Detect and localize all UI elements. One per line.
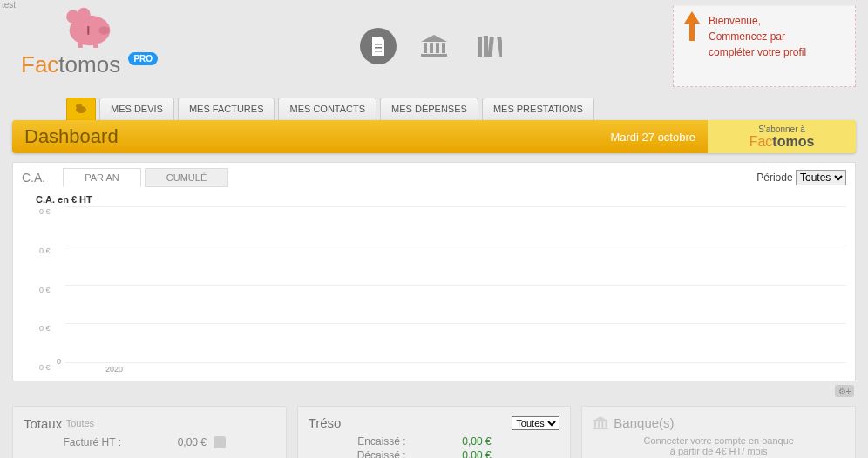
card-totaux: Totaux Toutes Facturé HT : 0,00 € bbox=[12, 406, 287, 458]
page-title: Dashboard bbox=[24, 125, 119, 148]
svg-point-5 bbox=[98, 26, 109, 35]
svg-marker-20 bbox=[684, 11, 700, 41]
svg-rect-7 bbox=[375, 44, 382, 45]
welcome-line1: Bienvenue, bbox=[709, 13, 846, 29]
pro-badge: PRO bbox=[128, 52, 158, 65]
home-pig-icon bbox=[74, 104, 88, 114]
dashboard-bar: Dashboard Mardi 27 octobre S'abonner à F… bbox=[12, 120, 856, 153]
svg-rect-16 bbox=[478, 37, 482, 57]
books-icon[interactable] bbox=[471, 28, 508, 64]
facture-value: 0,00 € bbox=[128, 436, 207, 448]
date-label: Mardi 27 octobre bbox=[610, 131, 695, 144]
svg-rect-14 bbox=[442, 43, 445, 53]
chart-title: C.A. en € HT bbox=[36, 194, 846, 205]
chart-area: C.A. en € HT 0 € 0 € 0 € 0 € 0 € 0 2020 bbox=[13, 187, 855, 381]
treso-select[interactable]: Toutes bbox=[512, 416, 559, 430]
period-select[interactable]: Toutes bbox=[796, 170, 846, 185]
totaux-sub: Toutes bbox=[66, 418, 94, 428]
svg-rect-4 bbox=[93, 41, 98, 48]
nav-tabs: MES DEVIS MES FACTURES MES CONTACTS MES … bbox=[66, 98, 594, 121]
treso-title: Tréso bbox=[309, 415, 342, 430]
decaisse-label: Décaissé : bbox=[309, 449, 413, 458]
gear-row: ⚙+ bbox=[12, 381, 856, 401]
tab-home[interactable] bbox=[66, 98, 96, 121]
svg-marker-24 bbox=[593, 416, 608, 421]
ytick-1: 0 € bbox=[39, 324, 51, 333]
svg-rect-12 bbox=[430, 43, 433, 53]
tab-devis[interactable]: MES DEVIS bbox=[99, 98, 174, 121]
bank-small-icon bbox=[593, 416, 608, 430]
subscribe-label: S'abonner à bbox=[758, 125, 805, 134]
welcome-line3: compléter votre profil bbox=[709, 44, 846, 60]
svg-point-2 bbox=[77, 8, 90, 21]
svg-point-23 bbox=[78, 104, 82, 108]
logo-fac: Fac bbox=[21, 51, 58, 77]
tab-prestations[interactable]: MES PRESTATIONS bbox=[482, 98, 594, 121]
svg-rect-27 bbox=[602, 421, 604, 427]
chart: 0 € 0 € 0 € 0 € 0 € 0 bbox=[65, 206, 846, 363]
svg-rect-25 bbox=[594, 421, 596, 427]
svg-rect-6 bbox=[87, 26, 89, 35]
chart-xlabel: 2020 bbox=[105, 365, 846, 374]
tab-depenses[interactable]: MES DÉPENSES bbox=[380, 98, 478, 121]
ytick-3: 0 € bbox=[39, 246, 51, 255]
facture-label: Facturé HT : bbox=[24, 436, 128, 448]
center-icons bbox=[360, 28, 508, 64]
cards-row: Totaux Toutes Facturé HT : 0,00 € Tréso … bbox=[12, 406, 856, 458]
banque-title: Banque(s) bbox=[614, 415, 674, 430]
svg-rect-26 bbox=[598, 421, 600, 427]
svg-rect-11 bbox=[424, 43, 427, 53]
svg-rect-15 bbox=[421, 54, 447, 57]
banque-line1: Connecter votre compte en banque bbox=[593, 435, 844, 446]
ytick-0: 0 € bbox=[39, 363, 51, 372]
period-control: Période Toutes bbox=[756, 170, 846, 185]
welcome-line2: Commencez par bbox=[709, 29, 846, 44]
subscribe-button[interactable]: S'abonner à Factomos bbox=[708, 120, 856, 153]
gear-button[interactable]: ⚙+ bbox=[835, 385, 854, 397]
tab-factures[interactable]: MES FACTURES bbox=[178, 98, 275, 121]
chart-zero: 0 bbox=[57, 357, 61, 366]
svg-rect-3 bbox=[78, 41, 83, 48]
ytick-4: 0 € bbox=[39, 207, 51, 216]
bank-icon[interactable] bbox=[416, 28, 452, 64]
card-treso: Tréso Toutes Encaissé : 0,00 € Décaissé … bbox=[297, 406, 572, 458]
encaisse-label: Encaissé : bbox=[309, 435, 413, 448]
arrow-up-icon bbox=[684, 11, 700, 41]
encaisse-value: 0,00 € bbox=[413, 435, 492, 448]
facture-expand[interactable] bbox=[214, 436, 226, 448]
svg-rect-28 bbox=[606, 421, 607, 427]
period-label: Période bbox=[756, 172, 792, 184]
svg-rect-29 bbox=[593, 428, 608, 429]
logo-text: Factomos PRO bbox=[21, 51, 158, 78]
decaisse-value: 0,00 € bbox=[413, 449, 492, 458]
topbar: Factomos PRO Bienvenue, Commencez par co… bbox=[0, 0, 868, 96]
svg-marker-10 bbox=[421, 35, 447, 42]
totaux-title: Totaux bbox=[24, 416, 62, 431]
tab-contacts[interactable]: MES CONTACTS bbox=[278, 98, 376, 121]
svg-rect-19 bbox=[497, 37, 502, 57]
ca-panel: C.A. PAR AN CUMULÉ Période Toutes C.A. e… bbox=[12, 162, 856, 381]
welcome-box[interactable]: Bienvenue, Commencez par compléter votre… bbox=[673, 5, 856, 87]
logo[interactable]: Factomos PRO bbox=[21, 3, 158, 78]
ytick-2: 0 € bbox=[39, 286, 51, 294]
svg-rect-17 bbox=[484, 36, 488, 57]
svg-rect-8 bbox=[375, 47, 382, 49]
subscribe-brand: Factomos bbox=[749, 134, 815, 150]
logo-tomos: tomos bbox=[58, 51, 120, 77]
ca-header: C.A. PAR AN CUMULÉ Période Toutes bbox=[13, 163, 855, 187]
svg-rect-13 bbox=[436, 43, 439, 53]
card-banque[interactable]: Banque(s) Connecter votre compte en banq… bbox=[581, 406, 856, 458]
content: C.A. PAR AN CUMULÉ Période Toutes C.A. e… bbox=[12, 162, 856, 458]
tab-cumule[interactable]: CUMULÉ bbox=[145, 168, 228, 187]
pig-icon bbox=[59, 3, 120, 51]
ca-label: C.A. bbox=[22, 171, 45, 185]
banque-line2: à partir de 4€ HT/ mois bbox=[593, 446, 844, 456]
seg-tabs: PAR AN CUMULÉ bbox=[63, 168, 232, 187]
svg-rect-18 bbox=[487, 37, 493, 57]
svg-rect-9 bbox=[375, 51, 382, 52]
tab-par-an[interactable]: PAR AN bbox=[63, 168, 141, 187]
document-icon[interactable] bbox=[360, 28, 397, 64]
